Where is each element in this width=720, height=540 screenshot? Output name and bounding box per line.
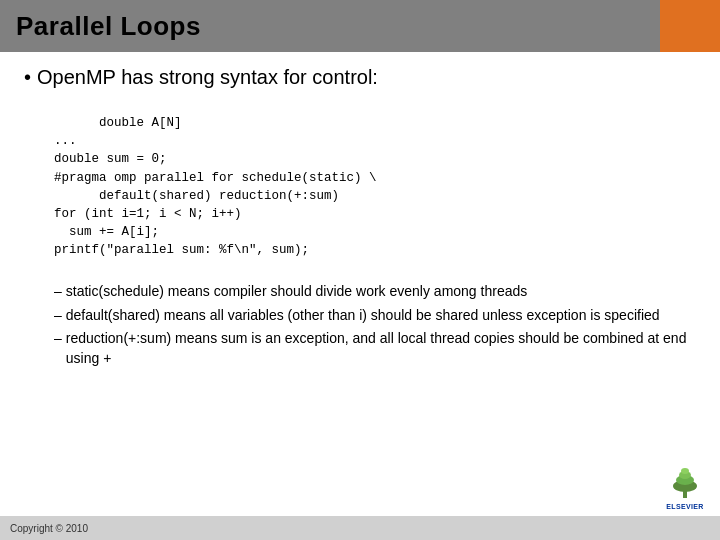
code-line-7: sum += A[i]; <box>54 225 159 239</box>
code-line-8: printf("parallel sum: %f\n", sum); <box>54 243 309 257</box>
dash-2: – <box>54 305 62 325</box>
code-line-3: double sum = 0; <box>54 152 167 166</box>
sub-bullets-list: – static(schedule) means compiler should… <box>54 281 696 368</box>
sub-bullet-2: – default(shared) means all variables (o… <box>54 305 696 325</box>
elsevier-tree-icon <box>666 464 704 502</box>
slide: Parallel Loops • OpenMP has strong synta… <box>0 0 720 540</box>
copyright-text: Copyright © 2010 <box>10 523 88 534</box>
header-accent-bar <box>660 0 720 52</box>
bullet-dot: • <box>24 64 31 90</box>
slide-footer: Copyright © 2010 <box>0 516 720 540</box>
code-line-6: for (int i=1; i < N; i++) <box>54 207 242 221</box>
sub-bullet-text-3: reduction(+:sum) means sum is an excepti… <box>66 328 696 369</box>
elsevier-label: ELSEVIER <box>666 503 703 510</box>
sub-bullet-3: – reduction(+:sum) means sum is an excep… <box>54 328 696 369</box>
sub-bullet-1: – static(schedule) means compiler should… <box>54 281 696 301</box>
code-line-4: #pragma omp parallel for schedule(static… <box>54 171 377 185</box>
slide-title: Parallel Loops <box>16 11 201 42</box>
dash-3: – <box>54 328 62 348</box>
svg-point-5 <box>681 468 689 474</box>
code-line-5: default(shared) reduction(+:sum) <box>54 189 339 203</box>
main-bullet: • OpenMP has strong syntax for control: <box>24 64 696 90</box>
elsevier-logo: ELSEVIER <box>660 462 710 512</box>
slide-content: • OpenMP has strong syntax for control: … <box>0 52 720 516</box>
code-line-2: ... <box>54 134 77 148</box>
code-line-1: double A[N] <box>99 116 182 130</box>
slide-header: Parallel Loops <box>0 0 720 52</box>
sub-bullet-text-2: default(shared) means all variables (oth… <box>66 305 660 325</box>
dash-1: – <box>54 281 62 301</box>
sub-bullet-text-1: static(schedule) means compiler should d… <box>66 281 527 301</box>
main-bullet-text: OpenMP has strong syntax for control: <box>37 64 378 90</box>
code-block: double A[N] ... double sum = 0; #pragma … <box>54 96 696 277</box>
